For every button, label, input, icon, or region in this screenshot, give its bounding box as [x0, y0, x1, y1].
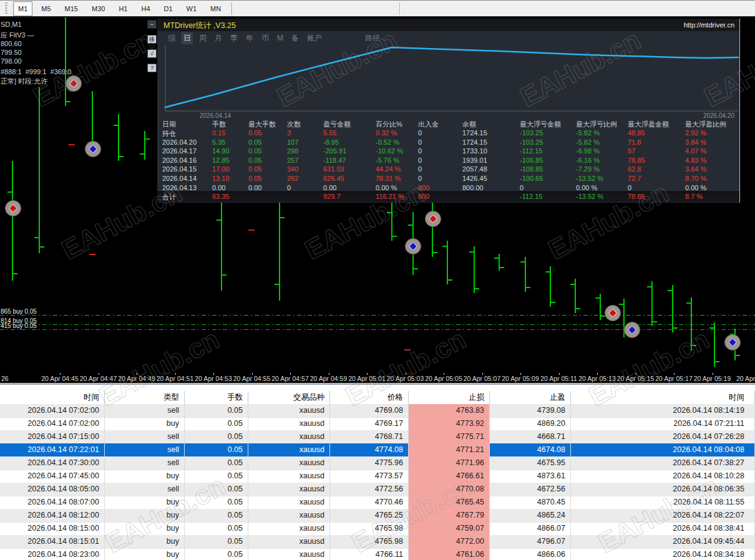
order-row[interactable]: 2026.04.14 08:12:00buy0.05xauusd4765.254… — [0, 509, 755, 523]
order-cell-type: sell — [105, 430, 185, 443]
panel-tab-8[interactable]: M — [275, 33, 285, 43]
order-cell-symbol: xauusd — [248, 509, 330, 522]
time-axis-label: 20 Apr 04:51 — [157, 375, 194, 382]
stats-cell: 1724.15 — [462, 129, 520, 138]
order-cell-lots: 0.05 — [185, 496, 248, 509]
order-row[interactable]: 2026.04.14 07:02:00buy0.05xauusd4769.174… — [0, 417, 755, 431]
time-axis-tick — [367, 373, 368, 375]
orders-header-lots[interactable]: 手数 — [185, 391, 248, 404]
timeframe-button-m5[interactable]: M5 — [36, 1, 56, 16]
orders-header-stop-loss[interactable]: 止损 — [409, 391, 490, 404]
panel-tab-10[interactable]: 账户 — [305, 32, 324, 44]
mtdriver-stats-panel[interactable]: MTDriver统计 ,V3.25 http://mtdriver.cn 综日周… — [157, 19, 740, 203]
order-row[interactable]: 2026.04.14 08:23:00buy0.05xauusd4766.114… — [0, 548, 755, 560]
stats-cell: 0 — [418, 157, 462, 165]
panel-tab-6[interactable]: 年 — [244, 32, 255, 44]
order-cell-type: sell — [105, 483, 185, 496]
timeframe-toolbar: M1M5M15M30H1H4D1W1MN — [0, 0, 755, 17]
order-row[interactable]: 2026.04.14 07:15:00sell0.05xauusd4768.71… — [0, 430, 755, 444]
ohlc-open-tick — [34, 237, 39, 238]
panel-tab-9[interactable]: 备 — [290, 32, 301, 44]
orders-header-open-time[interactable]: 时间 — [0, 391, 105, 404]
panel-tab-1[interactable]: 综 — [166, 32, 177, 44]
panel-tab-7[interactable]: 币 — [260, 32, 271, 44]
stats-cell: -106.85 — [520, 157, 576, 165]
order-cell-price: 4769.17 — [330, 417, 409, 430]
panel-url-link[interactable]: http://mtdriver.cn — [684, 21, 734, 29]
timeframe-button-h1[interactable]: H1 — [114, 1, 132, 16]
toolbar-grip[interactable] — [5, 2, 7, 15]
order-row[interactable]: 2026.04.14 08:15:01buy0.05xauusd4765.984… — [0, 535, 755, 549]
orders-header-take-profit[interactable]: 止盈 — [490, 391, 571, 404]
open-order-line — [0, 324, 755, 325]
panel-help-button[interactable]: ? — [147, 64, 157, 72]
order-cell-symbol: xauusd — [248, 443, 330, 456]
timeframe-button-m30[interactable]: M30 — [87, 1, 110, 16]
stats-cell: 0 — [418, 129, 462, 138]
panel-tab-3[interactable]: 周 — [197, 32, 208, 44]
order-cell-symbol: xauusd — [248, 548, 330, 560]
panel-tab-bar: 综日周月季年币M备账户路径 — [157, 32, 386, 44]
order-row[interactable]: 2026.04.14 08:05:00sell0.05xauusd4772.56… — [0, 483, 755, 496]
stop-level-dash — [69, 144, 75, 145]
panel-tab-11[interactable]: 路径 — [363, 32, 382, 44]
timeframe-button-w1[interactable]: W1 — [182, 1, 202, 16]
stats-col-header: 余额 — [462, 120, 520, 128]
order-cell-price: 4773.57 — [330, 470, 409, 483]
stats-cell: 0.05 — [248, 138, 287, 147]
order-cell-take-profit: 4866.07 — [490, 522, 571, 535]
ohlc-close-tick — [145, 138, 150, 140]
order-cell-lots: 0.05 — [185, 430, 248, 443]
panel-title-bar[interactable]: MTDriver统计 ,V3.25 http://mtdriver.cn — [157, 19, 739, 31]
timeframe-button-m1[interactable]: M1 — [13, 1, 32, 16]
ohlc-open-tick — [275, 284, 279, 285]
order-cell-type: buy — [105, 548, 185, 560]
stats-cell: 3.64 % — [685, 165, 739, 174]
stats-cell: 298 — [287, 147, 323, 156]
stats-cell: 116.21 % — [376, 193, 418, 201]
orders-header-type[interactable]: 类型 — [105, 391, 185, 404]
order-row[interactable]: 2026.04.14 07:02:00sell0.05xauusd4769.08… — [0, 404, 755, 418]
ohlc-open-tick — [520, 261, 525, 263]
stats-cell: 2026.04.15 — [162, 165, 212, 174]
orders-header-symbol[interactable]: 交易品种 — [248, 391, 330, 404]
order-cell-symbol: xauusd — [248, 496, 330, 509]
ohlc-close-tick — [13, 273, 17, 274]
orders-header-close-time[interactable]: 时间 — [571, 391, 755, 404]
panel-move-button[interactable]: 移 — [147, 35, 157, 44]
timeframe-button-mn[interactable]: MN — [205, 1, 226, 16]
stats-cell: 2057.48 — [462, 165, 520, 174]
stats-col-header: 日期 — [162, 120, 212, 128]
stats-cell — [462, 193, 520, 201]
timeframe-button-m15[interactable]: M15 — [60, 1, 83, 16]
time-axis[interactable]: 2620 Apr 04:4520 Apr 04:4720 Apr 04:4920… — [0, 373, 755, 383]
order-row[interactable]: 2026.04.14 07:45:00buy0.05xauusd4773.574… — [0, 470, 755, 483]
orders-header-price[interactable]: 价格 — [330, 391, 409, 404]
panel-confirm-button[interactable]: √ — [147, 49, 157, 58]
stats-cell: 0.05 — [248, 175, 287, 183]
stats-cell: -0.52 % — [376, 138, 418, 147]
order-row[interactable]: 2026.04.14 08:15:00buy0.05xauusd4765.984… — [0, 522, 755, 536]
stats-cell: 62.8 — [628, 165, 685, 174]
panel-tab-5[interactable]: 季 — [228, 32, 240, 44]
sell-trade-marker — [425, 211, 441, 227]
time-axis-label: 20 Apr 05:11 — [540, 375, 577, 382]
order-cell-symbol: xauusd — [248, 430, 330, 443]
order-row[interactable]: 2026.04.14 08:07:00buy0.05xauusd4770.464… — [0, 496, 755, 509]
stats-cell: 0 — [418, 138, 462, 147]
order-row[interactable]: 2026.04.14 07:30:00sell0.05xauusd4775.96… — [0, 456, 755, 470]
order-row[interactable]: 2026.04.14 07:22:01sell0.05xauusd4774.08… — [0, 443, 755, 456]
panel-tab-2[interactable]: 日 — [182, 32, 193, 44]
stats-row: 2026.04.1413.100.05262626.4578.31 %01426… — [162, 175, 739, 183]
ohlc-open-tick — [140, 153, 144, 155]
order-cell-price: 4774.08 — [330, 443, 409, 456]
order-cell-price: 4765.25 — [330, 509, 409, 522]
order-cell-symbol: xauusd — [248, 417, 330, 430]
order-cell-symbol: xauusd — [248, 470, 330, 483]
panel-tab-4[interactable]: 月 — [213, 32, 224, 44]
panel-collapse-button[interactable]: − — [147, 20, 157, 29]
stats-cell: -13.52 % — [576, 175, 628, 183]
ohlc-close-tick — [392, 236, 397, 237]
timeframe-button-h4[interactable]: H4 — [136, 1, 155, 16]
timeframe-button-d1[interactable]: D1 — [159, 1, 178, 16]
